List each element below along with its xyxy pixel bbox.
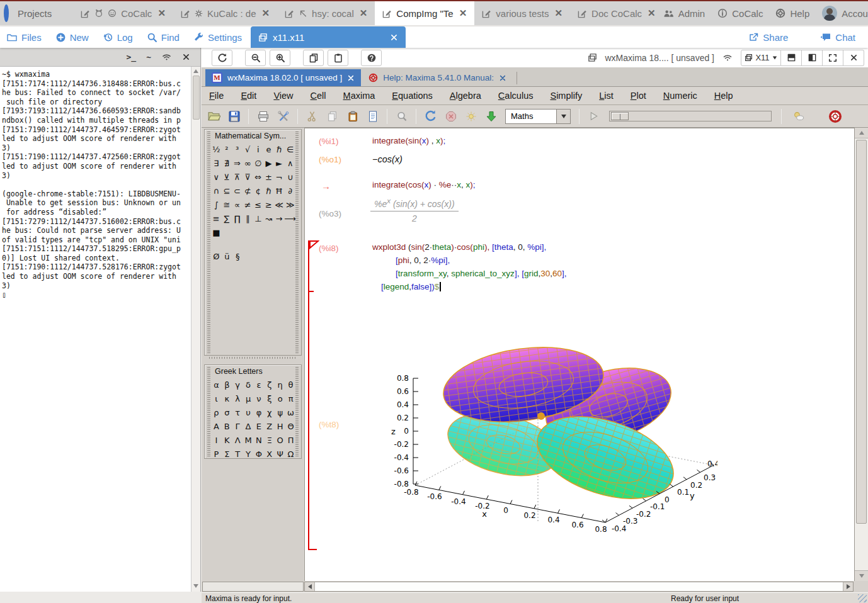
new-button[interactable]: New	[55, 32, 89, 43]
cut-button[interactable]	[304, 108, 321, 125]
file-tab-x11[interactable]: x11.x11	[251, 26, 406, 48]
math-symbol-button[interactable]: ⊥	[253, 215, 263, 223]
math-symbol-button[interactable]: ²	[222, 145, 232, 154]
math-symbol-button[interactable]: ►	[274, 159, 285, 168]
follow-output-button[interactable]	[483, 108, 500, 125]
greek-letter-button[interactable]: Ν	[254, 436, 265, 445]
input-code-i1[interactable]: integrate(sin(x) , x);	[372, 136, 445, 145]
greek-letter-button[interactable]: η	[275, 381, 285, 390]
close-icon[interactable]: ✕	[555, 8, 563, 19]
close-icon[interactable]: ✕	[648, 8, 656, 19]
close-icon[interactable]	[182, 53, 190, 61]
math-symbol-button[interactable]: ¢	[253, 187, 263, 196]
close-icon[interactable]: ✕	[157, 8, 166, 19]
close-frame-button[interactable]	[843, 50, 864, 66]
math-symbol-button[interactable]: →	[274, 215, 285, 223]
math-symbol-button[interactable]: √	[243, 145, 253, 154]
maxima-help-button[interactable]	[826, 108, 843, 125]
scroll-up-button[interactable]	[855, 128, 868, 138]
math-symbol-button[interactable]: ≠	[243, 201, 253, 210]
menu-item[interactable]: Maxima	[343, 91, 375, 101]
new-document-button[interactable]	[364, 108, 381, 125]
print-button[interactable]	[254, 108, 271, 125]
greek-letter-button[interactable]: υ	[243, 409, 254, 417]
greek-letter-button[interactable]: β	[222, 381, 232, 390]
close-icon[interactable]: ✕	[459, 8, 467, 19]
split-horizontal-button[interactable]	[781, 50, 802, 66]
greek-letter-button[interactable]: Θ	[285, 422, 296, 431]
menu-item[interactable]: Equations	[392, 91, 433, 101]
paste-button[interactable]	[344, 108, 361, 125]
close-icon[interactable]: ✕	[262, 8, 270, 19]
panel-grip[interactable]	[295, 132, 299, 353]
math-symbol-button[interactable]: ≡	[211, 215, 222, 223]
log-button[interactable]: Log	[103, 32, 133, 43]
evaluate-all-button[interactable]	[462, 108, 479, 125]
close-icon[interactable]	[390, 33, 398, 42]
wxmaxima-worksheet[interactable]: (%i1) integrate(sin(x) , x); (%o1) −cos(…	[304, 128, 854, 581]
greek-letter-button[interactable]: ν	[254, 395, 265, 403]
math-symbol-button[interactable]: ≥	[263, 201, 274, 210]
copy-button[interactable]	[324, 108, 341, 125]
resize-grip[interactable]	[858, 594, 867, 602]
math-symbol-button[interactable]: ³	[232, 145, 243, 154]
scroll-left-button[interactable]	[305, 582, 315, 591]
math-symbol-button[interactable]: ≅	[222, 201, 232, 210]
menu-item[interactable]: Numeric	[663, 91, 697, 101]
greek-letter-button[interactable]: Γ	[232, 422, 243, 431]
math-symbol-button[interactable]: ℏ	[263, 187, 274, 196]
math-symbol-button[interactable]: ℏ	[274, 145, 285, 154]
files-button[interactable]: Files	[6, 32, 42, 43]
animation-slider[interactable]	[609, 111, 772, 121]
cell-type-select[interactable]: Maths	[505, 109, 571, 124]
select-dropdown-button[interactable]	[556, 110, 570, 123]
math-symbol-button[interactable]: ■	[211, 228, 222, 237]
greek-letter-button[interactable]: Κ	[222, 436, 232, 445]
greek-letter-button[interactable]: φ	[254, 409, 265, 417]
open-button[interactable]	[205, 108, 222, 125]
math-symbol-button[interactable]: ⊄	[243, 187, 253, 196]
greek-letter-button[interactable]: ε	[254, 381, 265, 390]
menu-item[interactable]: Algebra	[450, 91, 481, 101]
greek-letter-button[interactable]: Α	[211, 422, 222, 431]
zoom-out-button[interactable]	[245, 50, 266, 66]
worksheet-vscrollbar[interactable]	[854, 128, 868, 581]
help-link[interactable]: Help	[775, 8, 809, 19]
greek-letter-button[interactable]: Χ	[264, 450, 275, 459]
interrupt-button[interactable]	[442, 108, 459, 125]
math-symbol-button[interactable]: i	[253, 145, 263, 154]
math-symbol-button[interactable]: ≤	[253, 201, 263, 210]
greek-letter-button[interactable]: Τ	[232, 450, 243, 459]
menu-item[interactable]: Simplify	[550, 91, 582, 101]
math-symbol-button[interactable]: ü	[222, 252, 232, 261]
x11-menu-button[interactable]: X11	[741, 50, 781, 66]
scroll-down-icon[interactable]	[193, 584, 198, 588]
math-symbol-button[interactable]: ∄	[222, 159, 232, 168]
projects-link[interactable]: Projects	[18, 8, 52, 19]
greek-letter-button[interactable]: τ	[232, 409, 243, 417]
share-button[interactable]: Share	[748, 32, 788, 43]
greek-letter-button[interactable]: π	[285, 395, 296, 403]
math-symbol-button[interactable]: ⊽	[243, 173, 253, 182]
home-tilde-icon[interactable]: ~	[146, 52, 151, 62]
wxmaxima-menubar[interactable]: FileEditViewCellMaximaEquationsAlgebraCa…	[202, 87, 868, 105]
wxplot3d-output-image[interactable]: 0.8 0.6 0.4 0.2 0 -0.2 -0.4 -0.6 -0.8 z	[384, 346, 717, 555]
math-symbol-button[interactable]: ⊼	[232, 173, 243, 182]
scroll-thumb[interactable]	[856, 140, 867, 524]
math-symbol-button[interactable]: ½	[211, 145, 222, 154]
project-tab-kucalc[interactable]: KuCalc : de ✕	[173, 1, 277, 25]
math-symbol-button[interactable]: ∪	[284, 173, 296, 182]
greek-letter-button[interactable]: ζ	[264, 381, 275, 390]
math-symbol-button[interactable]: ∧	[284, 159, 296, 168]
scroll-down-button[interactable]	[855, 570, 868, 581]
terminal-output[interactable]: ~$ wxmaxima[7151:7174:1112/144736.318488…	[0, 67, 200, 300]
greek-letter-button[interactable]: ξ	[264, 395, 275, 403]
tab-maxima-help[interactable]: Help: Maxima 5.41.0 Manual:	[362, 69, 513, 86]
greek-letter-button[interactable]: Υ	[243, 450, 254, 459]
greek-letter-button[interactable]: δ	[243, 381, 254, 390]
menu-item[interactable]: Plot	[631, 91, 646, 101]
math-symbol-button[interactable]: e	[263, 145, 274, 154]
greek-letter-button[interactable]: Φ	[254, 450, 265, 459]
preferences-button[interactable]	[275, 108, 292, 125]
greek-letter-button[interactable]: α	[211, 381, 222, 390]
